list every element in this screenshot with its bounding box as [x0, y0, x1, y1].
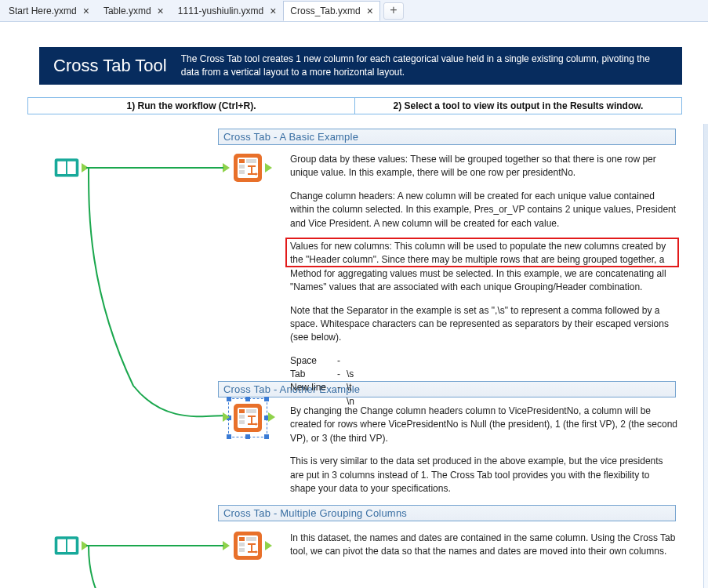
- svg-rect-4: [246, 159, 256, 163]
- close-icon[interactable]: ×: [83, 5, 89, 16]
- tab-label: Cross_Tab.yxmd: [290, 5, 360, 16]
- svg-rect-5: [239, 165, 245, 169]
- tool-output-anchor[interactable]: [268, 412, 275, 422]
- close-icon[interactable]: ×: [270, 5, 276, 16]
- svg-rect-9: [239, 409, 245, 413]
- svg-rect-10: [246, 409, 256, 413]
- svg-rect-17: [246, 537, 256, 541]
- text-paragraph: Change column headers: A new column will…: [290, 190, 677, 230]
- page-subtitle: The Cross Tab tool creates 1 new column …: [181, 53, 682, 79]
- tool-input-anchor[interactable]: [223, 163, 230, 172]
- page-header: Cross Tab Tool The Cross Tab tool create…: [39, 47, 682, 85]
- page-title: Cross Tab Tool: [39, 56, 181, 76]
- tool-output-anchor[interactable]: [82, 163, 89, 172]
- connection-wire: [86, 543, 227, 552]
- text-paragraph: This is very similar to the data set pro…: [290, 455, 677, 495]
- book-icon[interactable]: [52, 530, 82, 560]
- section-body-multiple-grouping: In this dataset, the names and dates are…: [290, 532, 677, 568]
- tab-label: 1111-yushiulin.yxmd: [178, 5, 263, 16]
- tool-output-anchor[interactable]: [265, 163, 272, 172]
- instruction-step-2: 2) Select a tool to view its output in t…: [355, 97, 682, 114]
- section-header-multiple-grouping: Cross Tab - Multiple Grouping Columns: [218, 505, 676, 521]
- connection-wire: [86, 544, 133, 588]
- separator-table: Space- Tab-\s New line-\t \n: [290, 354, 677, 409]
- crosstab-tool-icon[interactable]: [232, 530, 263, 561]
- close-icon[interactable]: ×: [367, 5, 373, 16]
- tab-label: Table.yxmd: [103, 5, 151, 16]
- tool-output-anchor[interactable]: [265, 541, 272, 550]
- svg-rect-16: [239, 537, 245, 541]
- svg-rect-18: [239, 543, 245, 546]
- tab-cross-tab[interactable]: Cross_Tab.yxmd ×: [283, 1, 380, 21]
- instruction-step-1: 1) Run the workflow (Ctrl+R).: [27, 97, 355, 114]
- book-icon[interactable]: [52, 152, 82, 182]
- connection-wire: [86, 166, 235, 425]
- tab-1111-yushiulin[interactable]: 1111-yushiulin.yxmd ×: [171, 1, 284, 21]
- tab-label: Start Here.yxmd: [9, 5, 77, 16]
- section-header-basic-example: Cross Tab - A Basic Example: [218, 129, 676, 145]
- svg-rect-12: [239, 420, 245, 424]
- crosstab-tool-icon[interactable]: [232, 402, 263, 434]
- tool-input-anchor[interactable]: [223, 541, 230, 550]
- tab-start-here[interactable]: Start Here.yxmd ×: [2, 1, 96, 21]
- document-tab-bar: Start Here.yxmd × Table.yxmd × 1111-yush…: [0, 0, 708, 22]
- section-body-another: By changing the Change column headers co…: [290, 405, 677, 505]
- crosstab-tool-icon[interactable]: [232, 152, 263, 183]
- text-paragraph: Values for new columns: This column will…: [290, 240, 677, 295]
- svg-rect-3: [239, 159, 245, 163]
- connection-wire: [86, 165, 227, 174]
- svg-rect-6: [239, 170, 245, 174]
- svg-rect-19: [239, 548, 245, 552]
- tool-output-anchor[interactable]: [82, 541, 89, 550]
- tab-table[interactable]: Table.yxmd ×: [96, 1, 171, 21]
- section-body-basic: Group data by these values: These will b…: [290, 153, 677, 408]
- tool-input-anchor[interactable]: [223, 412, 230, 422]
- svg-rect-11: [239, 415, 245, 419]
- instruction-row: 1) Run the workflow (Ctrl+R). 2) Select …: [27, 97, 682, 114]
- canvas-edge: [703, 124, 708, 588]
- text-paragraph: By changing the Change column headers co…: [290, 405, 677, 445]
- text-paragraph: Group data by these values: These will b…: [290, 153, 677, 180]
- close-icon[interactable]: ×: [158, 5, 164, 16]
- new-tab-button[interactable]: +: [383, 2, 404, 20]
- workflow-canvas[interactable]: Cross Tab Tool The Cross Tab tool create…: [0, 22, 708, 588]
- text-paragraph: Note that the Separator in the example i…: [290, 304, 677, 345]
- text-paragraph: In this dataset, the names and dates are…: [290, 532, 677, 559]
